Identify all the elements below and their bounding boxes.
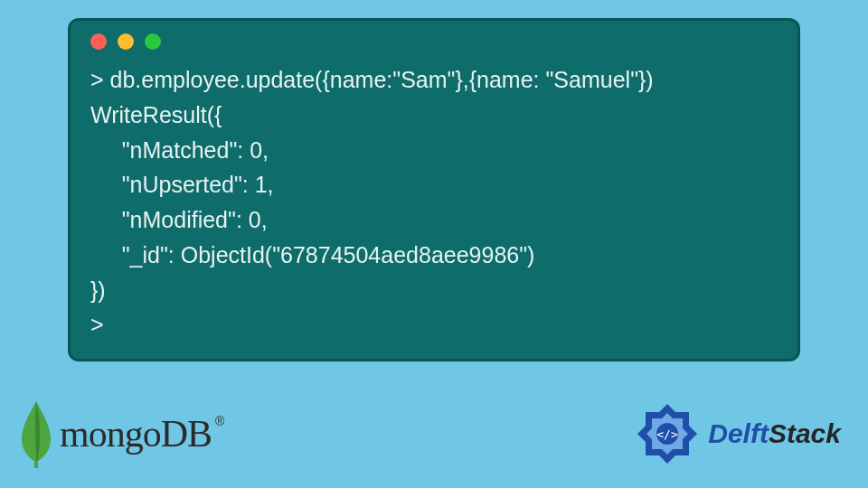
delftstack-badge-icon: </> xyxy=(636,402,699,465)
minimize-icon[interactable] xyxy=(118,33,134,50)
mongodb-logo: mongoDB ® xyxy=(18,398,224,470)
mongodb-leaf-icon xyxy=(18,398,54,470)
window-titlebar xyxy=(90,33,778,50)
close-icon[interactable] xyxy=(90,33,107,50)
mongodb-wordmark: mongoDB xyxy=(60,412,212,455)
delftstack-logo: </> DelftStack xyxy=(636,402,841,465)
registered-symbol: ® xyxy=(215,414,224,428)
terminal-window: > db.employee.update({name:"Sam"},{name:… xyxy=(68,18,800,361)
svg-text:</>: </> xyxy=(657,427,679,441)
footer: mongoDB ® </> DelftStack xyxy=(0,389,868,488)
delft-text-part2: Stack xyxy=(769,418,841,448)
zoom-icon[interactable] xyxy=(145,33,161,50)
delft-text-part1: Delft xyxy=(708,418,769,448)
terminal-output: > db.employee.update({name:"Sam"},{name:… xyxy=(90,62,778,343)
delftstack-wordmark: DelftStack xyxy=(708,418,841,449)
